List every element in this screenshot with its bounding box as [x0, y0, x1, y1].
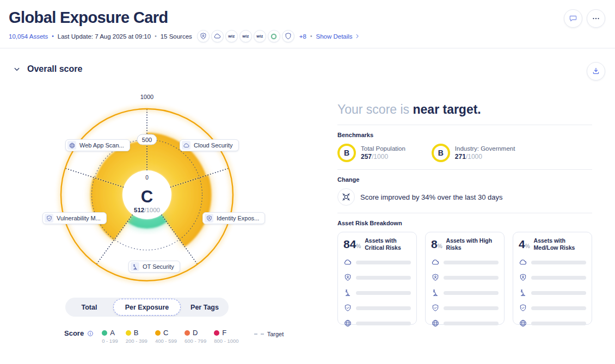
comment-button[interactable] — [564, 9, 582, 28]
gauge-axis-mid: 500 — [142, 137, 152, 143]
bar-row-cloud — [431, 258, 499, 267]
sector-label: Web App Scan... — [79, 142, 124, 149]
bar-row-cloud — [343, 258, 411, 267]
meta-separator: • — [155, 33, 157, 39]
bar-row-identity — [343, 273, 411, 282]
sector-label: Vulnerability M... — [57, 215, 101, 221]
percent-sign: % — [525, 243, 530, 249]
gauge-label-identity-exposure[interactable]: Identity Expos... — [202, 212, 265, 224]
source-badge-ring[interactable] — [268, 30, 280, 42]
overall-score-section-header: Overall score — [12, 64, 82, 74]
gauge-label-ot-security[interactable]: OT Security — [128, 261, 180, 273]
legend-title: Score — [64, 329, 84, 337]
bar-row-web — [431, 319, 499, 328]
web-icon — [431, 319, 440, 328]
source-badge-cloud[interactable] — [211, 30, 224, 42]
vulnerability-icon — [519, 304, 527, 312]
source-badge-wiz[interactable]: wiz — [225, 30, 238, 42]
shield-icon — [284, 32, 292, 40]
info-icon[interactable] — [87, 330, 94, 337]
gauge-axis-mid-pill: 500 — [137, 134, 157, 145]
percent-sign: % — [356, 243, 361, 249]
cloud-icon — [213, 32, 222, 40]
wiz-logo: wiz — [256, 34, 263, 39]
grade-range: 800 - 1000 — [214, 338, 238, 344]
sources-count: 15 Sources — [161, 33, 192, 40]
tab-total[interactable]: Total — [65, 298, 113, 317]
web-icon — [519, 319, 527, 328]
more-sources-badge[interactable]: +8 — [299, 33, 306, 40]
ot-icon — [131, 262, 139, 271]
percent-sign: % — [438, 243, 442, 249]
sector-label: OT Security — [143, 263, 174, 270]
grade-letter: A — [110, 329, 115, 337]
exposure-gauge: 1000 500 0 C 512/1000 Cloud Security Ide… — [38, 90, 267, 287]
benchmarks-title: Benchmarks — [337, 132, 592, 138]
card-percent: 84 — [343, 238, 356, 250]
divider — [337, 169, 592, 170]
ot-icon — [343, 288, 352, 297]
more-options-button[interactable] — [587, 9, 605, 28]
headline-prefix: Your score is — [337, 102, 409, 116]
divider — [337, 213, 592, 213]
benchmark-industry-government: B Industry: Government 271/1000 — [432, 144, 515, 162]
benchmark-score: 257 — [361, 153, 372, 161]
card-percent: 4 — [519, 238, 525, 250]
global-exposure-card-page: Global Exposure Card 10,054 Assets • Las… — [0, 0, 615, 364]
card-med-low-risks: 4% Assets with Med/Low Risks — [513, 232, 592, 325]
show-details-label: Show Details — [316, 33, 352, 40]
ot-icon — [519, 288, 527, 297]
source-badge-shield[interactable] — [282, 30, 294, 42]
grade-f-dot — [214, 330, 219, 336]
chevron-right-icon — [354, 33, 361, 40]
gauge-grade: C — [141, 187, 153, 206]
score-headline: Your score is near target. — [337, 101, 592, 118]
change-row: Score improved by 34% over the last 30 d… — [337, 188, 592, 206]
ring-logo-icon — [269, 32, 278, 41]
identity-icon — [431, 273, 440, 282]
collapse-chevron-down-icon[interactable] — [12, 64, 22, 74]
cloud-icon — [431, 258, 440, 267]
grade-range: 400 - 599 — [155, 338, 177, 344]
header-actions — [564, 9, 605, 28]
web-icon — [343, 319, 352, 328]
grade-d-dot — [184, 330, 190, 336]
identity-icon — [519, 273, 527, 282]
page-title: Global Exposure Card — [9, 9, 168, 27]
show-details-link[interactable]: Show Details — [316, 33, 360, 40]
bar-row-web — [519, 319, 586, 328]
meta-separator: • — [52, 33, 54, 39]
card-critical-risks: 84% Assets with Critical Risks — [337, 232, 417, 325]
gauge-label-web-app-scanning[interactable]: Web App Scan... — [65, 139, 130, 151]
benchmarks-row: B Total Population 257/1000 B Industry: … — [337, 144, 592, 162]
wiz-logo: wiz — [242, 34, 249, 39]
chat-icon — [568, 14, 578, 23]
card-label: Assets with Med/Low Risks — [534, 237, 586, 251]
source-badge-wiz[interactable]: wiz — [254, 30, 266, 42]
vulnerability-icon — [431, 304, 440, 312]
gauge-label-cloud-security[interactable]: Cloud Security — [180, 139, 239, 151]
gauge-label-vulnerability-management[interactable]: Vulnerability M... — [42, 212, 107, 224]
tab-per-exposure[interactable]: Per Exposure — [113, 299, 181, 316]
last-update-text: Last Update: 7 Aug 2025 at 09:10 — [58, 33, 151, 40]
tab-per-tags[interactable]: Per Tags — [181, 298, 229, 317]
download-button[interactable] — [587, 62, 605, 81]
change-text: Score improved by 34% over the last 30 d… — [360, 193, 503, 201]
assets-count-link[interactable]: 10,054 Assets — [9, 33, 48, 40]
grade-range: 600 - 799 — [184, 338, 206, 344]
section-title: Overall score — [27, 64, 82, 74]
vulnerability-icon — [45, 214, 53, 223]
legend-item-f: F 800 - 1000 — [214, 329, 238, 344]
benchmark-total-population: B Total Population 257/1000 — [337, 144, 405, 162]
source-badge-wiz[interactable]: wiz — [239, 30, 252, 42]
legend-item-d: D 600 - 799 — [184, 329, 206, 344]
headline-status: near target. — [413, 102, 481, 116]
identity-icon — [205, 214, 213, 223]
benchmark-max: /1000 — [466, 153, 482, 161]
benchmark-grade-badge: B — [337, 144, 356, 162]
score-legend: Score A 0 - 199 B 200 - 399 C 400 - 599 … — [64, 329, 284, 344]
bar-row-identity — [431, 273, 499, 282]
source-badge-identity[interactable] — [197, 30, 210, 42]
cloud-icon — [519, 258, 527, 267]
legend-item-c: C 400 - 599 — [155, 329, 177, 344]
